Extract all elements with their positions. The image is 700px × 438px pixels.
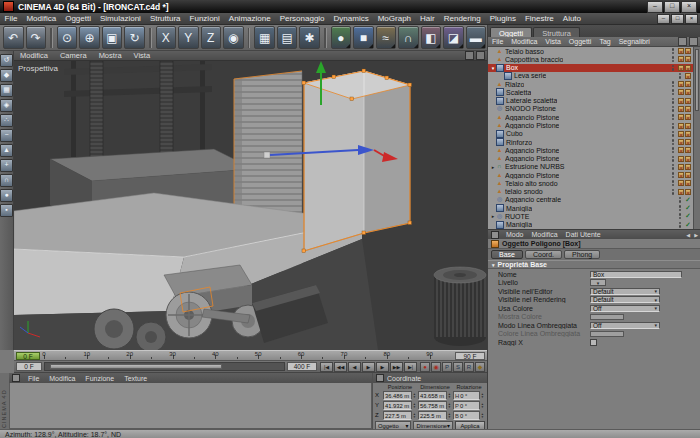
viewport-layout-icon[interactable] <box>465 51 474 60</box>
menubar-item-struttura[interactable]: Struttura <box>145 14 185 23</box>
undo-icon[interactable]: ↶ <box>3 26 24 49</box>
record-scale-button[interactable]: S <box>453 362 463 372</box>
attribute-menu-dati-utente[interactable]: Dati Utente <box>562 231 605 238</box>
menubar-item-file[interactable]: File <box>0 14 22 23</box>
autokey-button[interactable]: ◉ <box>431 362 441 372</box>
minimize-button[interactable]: – <box>647 1 663 13</box>
editor-visibility-dot-icon[interactable] <box>679 222 682 225</box>
object-row-aggancio-pistone[interactable]: ▲Aggancio Pistone✕✕ <box>488 154 693 162</box>
size-x-spinner[interactable]: ▴▾ <box>447 391 452 400</box>
texture-tag-icon[interactable]: ✕ <box>678 156 684 162</box>
render-visibility-dot-icon[interactable] <box>679 76 682 79</box>
add-nurbs-icon[interactable]: ∩ <box>398 26 419 49</box>
texture-tag-icon[interactable]: ✕ <box>685 156 691 162</box>
visibility-dots-icon[interactable] <box>672 105 675 112</box>
texture-tag-icon[interactable]: ✕ <box>685 81 691 87</box>
editor-visibility-dot-icon[interactable] <box>672 106 675 109</box>
rotation-x-spinner[interactable]: ▴▾ <box>480 391 485 400</box>
tab-oggetti[interactable]: Oggetti <box>490 27 532 37</box>
doc-minimize-button[interactable]: – <box>657 14 670 24</box>
texture-tag-icon[interactable]: ✕ <box>685 65 691 71</box>
coordinate-system-icon[interactable]: ◉ <box>223 26 244 49</box>
visibility-dots-icon[interactable] <box>672 188 675 195</box>
position-z-spinner[interactable]: ▴▾ <box>412 411 417 420</box>
render-visibility-dot-icon[interactable] <box>679 200 682 203</box>
object-manager-menu-file[interactable]: File <box>488 38 507 45</box>
render-visibility-dot-icon[interactable] <box>672 192 675 195</box>
texture-tag-icon[interactable]: ✕ <box>685 131 691 137</box>
workplane-mode-icon[interactable]: ◈ <box>0 99 13 112</box>
texture-tag-icon[interactable]: ✕ <box>685 139 691 145</box>
texture-tag-icon[interactable]: ✕ <box>678 81 684 87</box>
texture-tag-icon[interactable]: ✕ <box>685 164 691 170</box>
menubar-item-finestre[interactable]: Finestre <box>520 14 558 23</box>
rotation-z-spinner[interactable]: ▴▾ <box>480 411 485 420</box>
spinner-down-icon[interactable]: ▾ <box>480 416 485 419</box>
record-parameter-button[interactable]: ◆ <box>475 362 485 372</box>
editor-visibility-dot-icon[interactable] <box>672 164 675 167</box>
maximize-button[interactable]: □ <box>664 1 680 13</box>
rotation-z-input[interactable]: B0 ° <box>453 411 480 420</box>
texture-tag-icon[interactable]: ✕ <box>678 131 684 137</box>
render-visibility-dot-icon[interactable] <box>672 143 675 146</box>
add-deformer-icon[interactable]: ◪ <box>443 26 464 49</box>
object-row-telaio-alto-snodo[interactable]: ▲Telaio alto snodo✕✕ <box>488 179 693 187</box>
model-mode-icon[interactable]: ◆ <box>0 69 13 82</box>
range-end-input[interactable]: 400 F <box>287 362 317 371</box>
timeline-end-frame[interactable]: 90 F <box>455 352 485 360</box>
object-row-rinforzo[interactable]: Rinforzo✕✕ <box>488 138 693 146</box>
texture-tag-icon[interactable]: ✕ <box>685 114 691 120</box>
object-row-box[interactable]: ▾Box✕✕ <box>488 64 693 72</box>
object-manager-menu-oggetti[interactable]: Oggetti <box>565 38 596 45</box>
texture-tag-icon[interactable]: ✕ <box>685 56 691 62</box>
record-position-button[interactable]: P <box>442 362 452 372</box>
object-manager-menu-tag[interactable]: Tag <box>595 38 614 45</box>
visibility-dots-icon[interactable] <box>672 97 675 104</box>
editor-visibility-dot-icon[interactable] <box>672 89 675 92</box>
attribute-section-header[interactable]: ▾ Proprietà Base <box>488 260 700 269</box>
menubar-item-mograph[interactable]: MoGraph <box>373 14 415 23</box>
livello-popup[interactable]: ▾ <box>590 279 606 286</box>
render-visibility-dot-icon[interactable] <box>672 126 675 129</box>
render-visibility-dot-icon[interactable] <box>672 151 675 154</box>
menubar-item-simulazioni[interactable]: Simulazioni <box>95 14 145 23</box>
editor-visibility-dot-icon[interactable] <box>672 147 675 150</box>
visibility-dots-icon[interactable] <box>672 81 675 88</box>
render-visibility-dot-icon[interactable] <box>679 209 682 212</box>
spinner-down-icon[interactable]: ▾ <box>480 406 485 409</box>
render-settings-icon[interactable]: ✱ <box>299 26 320 49</box>
object-row-telaio-snodo[interactable]: ▲telaio snodo✕✕ <box>488 188 693 196</box>
close-button[interactable]: × <box>681 1 697 13</box>
viewport-menu-camera[interactable]: Camera <box>54 51 93 60</box>
visibility-dots-icon[interactable] <box>672 130 675 137</box>
attr-tab-phong[interactable]: Phong <box>564 250 600 259</box>
editor-visibility-dot-icon[interactable] <box>672 139 675 142</box>
rotation-y-input[interactable]: P0 ° <box>453 401 480 410</box>
spinner-down-icon[interactable]: ▾ <box>447 396 452 399</box>
lock-y-axis-icon[interactable]: Y <box>178 26 199 49</box>
object-row-aggancio-pistone[interactable]: ▲Aggancio Pistone✕✕ <box>488 113 693 121</box>
record-keyframe-button[interactable]: ● <box>420 362 430 372</box>
texture-tag-icon[interactable]: ✕ <box>678 180 684 186</box>
goto-end-button[interactable]: ▶| <box>404 362 417 372</box>
gizmo-origin-handle[interactable] <box>264 152 270 158</box>
position-z-input[interactable]: 227.5 m <box>383 411 412 420</box>
texture-tag-icon[interactable]: ✕ <box>685 123 691 129</box>
add-modeling-icon[interactable]: ◧ <box>421 26 442 49</box>
object-row-rialzo[interactable]: ▲Rialzo✕✕ <box>488 80 693 88</box>
object-tree-scrollbar[interactable] <box>693 47 700 229</box>
object-manager-menu-modifica[interactable]: Modifica <box>507 38 541 45</box>
next-key-button[interactable]: ▶▶ <box>390 362 403 372</box>
viewport-filter-icon[interactable]: ▪ <box>0 204 13 217</box>
material-menu-modifica[interactable]: Modifica <box>44 375 80 382</box>
render-visibility-dot-icon[interactable] <box>679 217 682 220</box>
visibility-dots-icon[interactable] <box>679 213 682 220</box>
editor-visibility-dot-icon[interactable] <box>672 172 675 175</box>
render-picture-viewer-icon[interactable]: ▤ <box>277 26 298 49</box>
viewport-menu-mostra[interactable]: Mostra <box>93 51 128 60</box>
timeline-ruler[interactable]: 0 F 0102030405060708090 90 F <box>14 350 487 361</box>
lock-z-axis-icon[interactable]: Z <box>201 26 222 49</box>
attribute-menu-modo[interactable]: Modo <box>502 231 528 238</box>
object-row-aggancio-centrale[interactable]: ◎Aggancio centrale✓ <box>488 196 693 204</box>
render-visibility-dot-icon[interactable] <box>672 118 675 121</box>
